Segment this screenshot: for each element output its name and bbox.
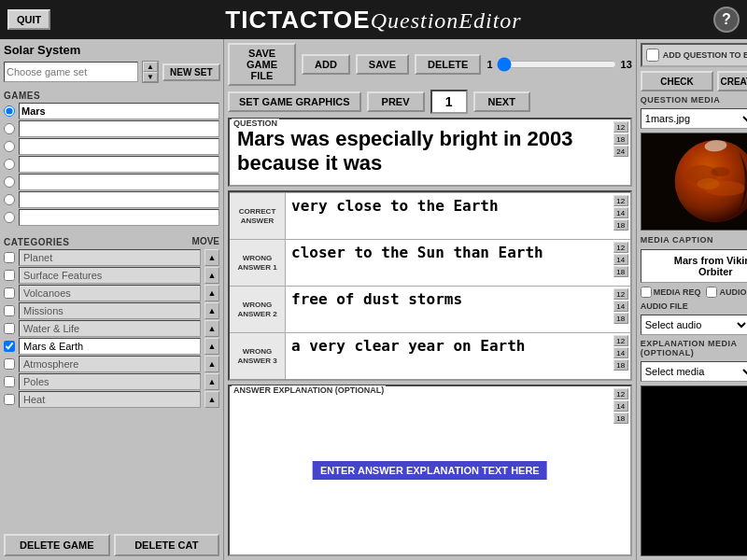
game-field-6[interactable] [19, 191, 219, 208]
media-select-row: 1mars.jpg TYPE [641, 108, 747, 129]
game-set-spinner: ▲ ▼ [142, 61, 159, 83]
cat-checkbox-missions[interactable] [4, 305, 15, 316]
prev-button[interactable]: PREV [367, 91, 425, 112]
cat-move-btn[interactable]: ▲ [204, 338, 219, 355]
cat-checkbox-water[interactable] [4, 323, 15, 334]
game-field-5[interactable] [19, 174, 219, 190]
wrong3-size-12[interactable]: 12 [613, 335, 628, 346]
media-file-select[interactable]: 1mars.jpg [641, 108, 747, 129]
choose-game-set-input[interactable] [4, 62, 138, 82]
audio-req-checkbox[interactable] [706, 287, 717, 298]
game-radio-7[interactable] [4, 212, 15, 223]
exp-size-18[interactable]: 18 [613, 413, 628, 424]
exp-size-12[interactable]: 12 [613, 388, 628, 399]
list-item: ▲ [4, 285, 219, 301]
add-button[interactable]: ADD [302, 54, 350, 75]
slider-min-label: 1 [486, 59, 492, 70]
cat-field-atmosphere[interactable] [19, 356, 201, 372]
wrong3-answer-field-cell: a very clear year on Earth 12 14 18 [286, 333, 630, 379]
game-radio-4[interactable] [4, 159, 15, 170]
question-slider[interactable] [497, 57, 617, 72]
wrong3-size-14[interactable]: 14 [613, 347, 628, 358]
cat-checkbox-planet[interactable] [4, 252, 15, 263]
media-req-checkbox[interactable] [641, 287, 652, 298]
cat-field-planet[interactable] [19, 249, 201, 266]
game-radio-1[interactable] [4, 105, 15, 117]
wrong1-answer-field[interactable]: closer to the Sun than Earth [286, 240, 630, 286]
wrong1-size-12[interactable]: 12 [613, 242, 628, 253]
game-radio-6[interactable] [4, 194, 15, 205]
cat-checkbox-surface[interactable] [4, 270, 15, 281]
cat-field-marsearth[interactable] [19, 338, 201, 355]
save-button[interactable]: SAVE [356, 54, 409, 75]
cat-move-btn[interactable]: ▲ [204, 320, 219, 337]
audio-file-select[interactable]: Select audio [641, 315, 747, 335]
explanation-media-select[interactable]: Select media [641, 361, 747, 382]
size-btn-24[interactable]: 24 [613, 146, 628, 157]
cat-field-heat[interactable] [19, 391, 201, 408]
explanation-size-buttons: 12 14 18 [613, 388, 628, 424]
cat-move-btn[interactable]: ▲ [204, 302, 219, 319]
wrong1-size-18[interactable]: 18 [613, 266, 628, 277]
wrong2-answer-field[interactable]: free of dust storms [286, 287, 630, 332]
exp-size-14[interactable]: 14 [613, 400, 628, 412]
quit-button[interactable]: QUIT [7, 9, 50, 30]
cat-move-btn[interactable]: ▲ [204, 391, 219, 408]
cat-move-btn[interactable]: ▲ [204, 373, 219, 390]
wrong3-size-18[interactable]: 18 [613, 359, 628, 371]
game-radio-3[interactable] [4, 141, 15, 152]
delete-game-button[interactable]: DELETE GAME [4, 534, 110, 556]
game-field-7[interactable] [19, 209, 219, 226]
spinner-up-button[interactable]: ▲ [143, 62, 158, 72]
wrong2-size-18[interactable]: 18 [613, 313, 628, 324]
set-game-graphics-button[interactable]: SET GAME GRAPHICS [228, 91, 361, 112]
wrong3-answer-field[interactable]: a very clear year on Earth [286, 333, 630, 379]
delete-cat-button[interactable]: DELETE CAT [114, 534, 220, 556]
cat-checkbox-marsearth[interactable] [4, 341, 15, 352]
cat-field-poles[interactable] [19, 373, 201, 390]
question-number-input[interactable] [430, 90, 468, 114]
game-item [4, 209, 219, 226]
cat-field-surface[interactable] [19, 267, 201, 284]
size-btn-12[interactable]: 12 [613, 121, 628, 133]
cat-field-missions[interactable] [19, 302, 201, 319]
cat-field-volcanoes[interactable] [19, 285, 201, 301]
correct-size-14[interactable]: 14 [613, 207, 628, 218]
cat-field-water[interactable] [19, 320, 201, 337]
next-button[interactable]: NEXT [473, 91, 530, 112]
cat-checkbox-atmosphere[interactable] [4, 358, 15, 370]
game-field-1[interactable] [19, 103, 219, 119]
check-button[interactable]: CHECK [641, 71, 714, 91]
cat-checkbox-heat[interactable] [4, 394, 15, 405]
wrong-answer-3-row: WRONG ANSWER 3 a very clear year on Eart… [230, 332, 630, 379]
correct-size-12[interactable]: 12 [613, 195, 628, 206]
save-file-button[interactable]: SAVE GAME FILE [228, 43, 296, 86]
size-btn-18[interactable]: 18 [613, 133, 628, 145]
delete-button[interactable]: DELETE [415, 54, 481, 75]
game-radio-2[interactable] [4, 123, 15, 134]
wrong2-size-14[interactable]: 14 [613, 301, 628, 312]
correct-answer-label: CORRECT ANSWER [230, 193, 286, 239]
add-to-exam-checkbox[interactable] [646, 49, 659, 62]
cat-move-btn[interactable]: ▲ [204, 356, 219, 372]
wrong2-size-12[interactable]: 12 [613, 288, 628, 300]
cat-checkbox-poles[interactable] [4, 376, 15, 387]
cat-move-btn[interactable]: ▲ [204, 285, 219, 301]
help-button[interactable]: ? [713, 7, 740, 33]
media-req-label: MEDIA REQ [654, 287, 701, 297]
media-preview [641, 133, 747, 231]
wrong1-size-14[interactable]: 14 [613, 254, 628, 265]
question-text: Mars was especially bright in 2003 becau… [230, 119, 630, 185]
new-set-button[interactable]: NEW SET [162, 63, 220, 81]
cat-move-btn[interactable]: ▲ [204, 249, 219, 266]
create-exam-button[interactable]: CREATE EXAM [717, 71, 747, 91]
game-field-2[interactable] [19, 120, 219, 137]
correct-answer-field[interactable]: very close to the Earth [286, 193, 630, 239]
game-radio-5[interactable] [4, 176, 15, 188]
game-field-3[interactable] [19, 138, 219, 155]
cat-checkbox-volcanoes[interactable] [4, 287, 15, 299]
correct-size-18[interactable]: 18 [613, 219, 628, 231]
spinner-down-button[interactable]: ▼ [143, 72, 158, 82]
cat-move-btn[interactable]: ▲ [204, 267, 219, 284]
game-field-4[interactable] [19, 156, 219, 173]
